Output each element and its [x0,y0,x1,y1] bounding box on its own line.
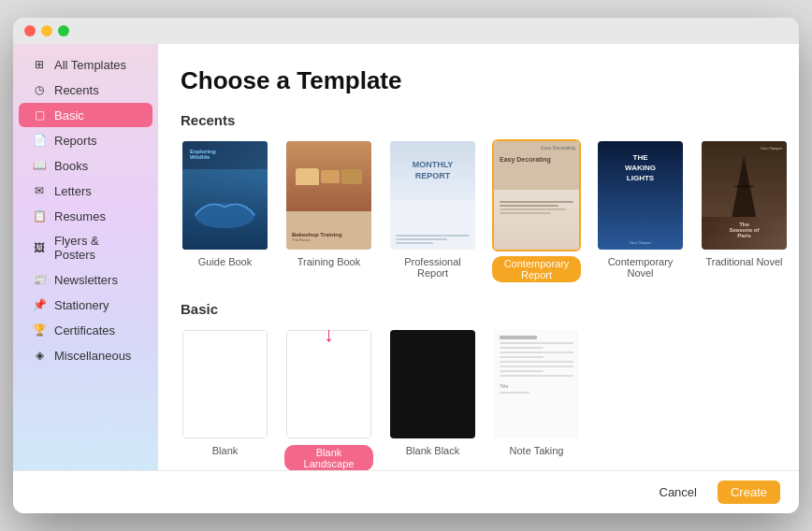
template-blank-landscape[interactable]: ↓ Blank Landscape [284,328,373,470]
traditional-novel-label: Traditional Novel [705,256,782,267]
resumes-icon: 📋 [32,208,47,223]
note-line-4 [500,356,544,358]
template-contemporary-novel[interactable]: THEWAKINGLIGHTS Urun Tamper Contemporary… [596,139,685,282]
title-bar [13,18,799,44]
template-blank-black[interactable]: Blank Black [388,328,477,470]
main-content: Choose a Template Recents ExploringWildl… [158,44,799,470]
basic-section: Basic Blank ↓ Bl [181,301,776,470]
sidebar-item-miscellaneous[interactable]: ◈ Miscellaneous [19,343,152,367]
reports-icon: 📄 [32,133,47,148]
sidebar-item-certificates[interactable]: 🏆 Certificates [19,318,152,342]
sidebar-label-certificates: Certificates [54,323,115,337]
sidebar-label-basic: Basic [54,108,84,122]
template-professional-report[interactable]: MONTHLYREPORT Professional Report [388,139,477,282]
window-content: ⊞ All Templates ◷ Recents ▢ Basic 📄 Repo… [13,44,799,470]
sidebar-label-reports: Reports [54,134,97,148]
blank-label: Blank [212,445,239,456]
sidebar-item-recents[interactable]: ◷ Recents [19,78,152,102]
note-line-1 [500,342,573,344]
blank-black-thumb [388,328,477,440]
grid-icon: ⊞ [32,57,47,72]
sidebar-label-stationery: Stationery [54,298,109,312]
sidebar-item-all-templates[interactable]: ⊞ All Templates [19,52,152,77]
traffic-lights [24,25,69,36]
contemporary-report-label: Contemporary Report [492,256,581,282]
sidebar: ⊞ All Templates ◷ Recents ▢ Basic 📄 Repo… [13,44,158,470]
contemporary-novel-thumb: THEWAKINGLIGHTS Urun Tamper [596,139,685,251]
contemporary-novel-label: Contemporary Novel [596,256,685,279]
sidebar-item-newsletters[interactable]: 📰 Newsletters [19,267,152,292]
template-note-taking[interactable]: Title Note Taking [492,328,581,470]
sidebar-label-all-templates: All Templates [54,58,126,72]
blank-black-image [390,330,475,438]
professional-report-label: Professional Report [388,256,477,279]
note-line-6 [500,366,573,367]
close-button[interactable] [24,25,36,36]
sidebar-label-newsletters: Newsletters [54,273,118,287]
training-book-label: Training Book [297,256,360,267]
note-taking-label: Note Taking [510,445,564,456]
clock-icon: ◷ [32,82,47,97]
contemporary-report-thumb: Easy Decorating Easy Decorating [492,139,581,251]
note-line-2 [500,347,544,349]
sidebar-item-reports[interactable]: 📄 Reports [19,128,152,152]
template-contemporary-report[interactable]: Easy Decorating Easy Decorating [492,139,581,282]
letters-icon: ✉ [32,183,47,198]
sidebar-label-flyers: Flyers & Posters [54,234,139,262]
blank-black-label: Blank Black [406,445,459,456]
recents-section: Recents ExploringWildlife [181,112,776,282]
footer: Cancel Create [13,470,799,513]
professional-report-thumb: MONTHLYREPORT [388,139,477,251]
blank-image [182,330,268,438]
page-title: Choose a Template [181,66,776,95]
guide-book-label: Guide Book [198,256,252,267]
blank-landscape-label: Blank Landscape [284,445,373,470]
basic-grid: Blank ↓ Blank Landscape [181,328,776,470]
recents-grid: ExploringWildlife Guide B [181,139,776,282]
sidebar-item-flyers-posters[interactable]: 🖼 Flyers & Posters [19,229,152,266]
guide-book-image: ExploringWildlife [182,141,268,250]
template-traditional-novel[interactable]: Urun Tamper The Seasons of Paris Traditi… [700,139,789,282]
maximize-button[interactable] [58,25,69,36]
create-button[interactable]: Create [718,481,780,504]
misc-icon: ◈ [32,348,47,363]
training-book-thumb: Bakeshop Training The Basics [284,139,373,251]
sidebar-item-basic[interactable]: ▢ Basic [19,103,152,127]
note-line-header [500,336,537,339]
recents-section-title: Recents [181,112,776,128]
note-line-5 [500,361,573,363]
flyers-icon: 🖼 [32,240,47,255]
sidebar-label-letters: Letters [54,184,92,198]
template-blank[interactable]: Blank [181,328,269,470]
sidebar-item-stationery[interactable]: 📌 Stationery [19,293,152,317]
sidebar-item-letters[interactable]: ✉ Letters [19,179,152,203]
sidebar-label-books: Books [54,159,88,173]
books-icon: 📖 [32,158,47,173]
selection-arrow: ↓ [324,323,334,347]
note-line-3 [500,352,573,353]
cancel-button[interactable]: Cancel [648,481,708,504]
sidebar-item-resumes[interactable]: 📋 Resumes [19,204,152,228]
template-guide-book[interactable]: ExploringWildlife Guide B [181,139,269,282]
sidebar-label-resumes: Resumes [54,209,106,223]
note-line-8 [500,375,573,377]
note-line-7 [500,370,544,372]
traditional-novel-thumb: Urun Tamper The Seasons of Paris [700,139,789,251]
blank-thumb [181,328,269,440]
sidebar-item-books[interactable]: 📖 Books [19,153,152,178]
basic-section-title: Basic [181,301,776,317]
certificates-icon: 🏆 [32,323,47,337]
basic-icon: ▢ [32,108,47,122]
minimize-button[interactable] [41,25,52,36]
sidebar-label-misc: Miscellaneous [54,349,131,363]
newsletters-icon: 📰 [32,272,47,287]
note-taking-thumb: Title [492,328,581,440]
sidebar-label-recents: Recents [54,83,99,97]
template-chooser-window: ⊞ All Templates ◷ Recents ▢ Basic 📄 Repo… [13,18,799,513]
template-training-book[interactable]: Bakeshop Training The Basics Training Bo… [284,139,373,282]
stationery-icon: 📌 [32,297,47,312]
note-taking-image: Title [494,330,579,438]
guide-book-thumb: ExploringWildlife [181,139,269,251]
